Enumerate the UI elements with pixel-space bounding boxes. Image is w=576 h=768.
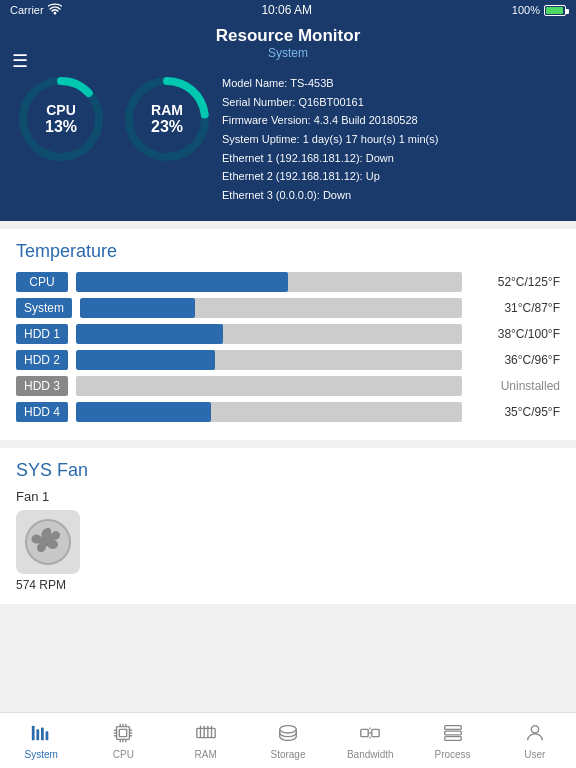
battery-label: 100% <box>512 4 540 16</box>
temp-bar-container <box>76 324 462 344</box>
tab-user[interactable]: User <box>494 713 576 768</box>
wifi-icon <box>48 3 62 17</box>
temp-bar-container <box>76 350 462 370</box>
storage-tab-icon <box>277 722 299 747</box>
tab-ram[interactable]: RAM <box>165 713 247 768</box>
tab-system[interactable]: System <box>0 713 82 768</box>
gauges: CPU 13% RAM 23% <box>16 74 212 164</box>
tab-bandwidth[interactable]: Bandwidth <box>329 713 411 768</box>
bandwidth-tab-label: Bandwidth <box>347 749 394 760</box>
temp-row-label: CPU <box>16 272 68 292</box>
svg-rect-7 <box>37 729 40 740</box>
tab-process[interactable]: Process <box>411 713 493 768</box>
status-bar-right: 100% <box>512 4 566 16</box>
svg-rect-35 <box>372 729 379 736</box>
svg-rect-34 <box>361 729 368 736</box>
temp-row-label: HDD 1 <box>16 324 68 344</box>
carrier-label: Carrier <box>10 4 44 16</box>
cpu-gauge-title: CPU <box>45 102 77 118</box>
tab-storage[interactable]: Storage <box>247 713 329 768</box>
temp-row-value: 31°C/87°F <box>470 301 560 315</box>
temperature-section: Temperature CPU52°C/125°FSystem31°C/87°F… <box>0 229 576 440</box>
ram-gauge-value: 23% <box>151 118 183 136</box>
temp-row-label: HDD 3 <box>16 376 68 396</box>
temp-bar-fill <box>76 272 288 292</box>
nav-subtitle: System <box>0 46 576 60</box>
svg-rect-6 <box>32 725 35 740</box>
ram-gauge-label: RAM 23% <box>151 102 183 136</box>
temp-row-label: HDD 2 <box>16 350 68 370</box>
process-tab-icon <box>442 722 464 747</box>
temp-bar-container <box>76 272 462 292</box>
fan-item: Fan 1 574 RPM <box>16 489 560 592</box>
nav-bar: ☰ Resource Monitor System <box>0 20 576 64</box>
ram-gauge: RAM 23% <box>122 74 212 164</box>
temp-row: HDD 138°C/100°F <box>16 324 560 344</box>
temp-bar-fill <box>76 350 215 370</box>
temp-bar-container <box>76 402 462 422</box>
temp-bar-fill <box>80 298 195 318</box>
system-info-line: Ethernet 2 (192.168.181.12): Up <box>222 167 560 186</box>
temp-bar-fill <box>76 324 223 344</box>
temperature-rows: CPU52°C/125°FSystem31°C/87°FHDD 138°C/10… <box>16 272 560 422</box>
temp-row-label: HDD 4 <box>16 402 68 422</box>
ram-tab-icon <box>195 722 217 747</box>
battery-icon <box>544 5 566 16</box>
cpu-gauge-label: CPU 13% <box>45 102 77 136</box>
cpu-tab-icon <box>112 722 134 747</box>
system-info-line: System Uptime: 1 day(s) 17 hour(s) 1 min… <box>222 130 560 149</box>
fan-name: Fan 1 <box>16 489 560 504</box>
spacer <box>0 604 576 706</box>
hamburger-button[interactable]: ☰ <box>12 50 28 72</box>
temp-bar-container <box>76 376 462 396</box>
status-bar-time: 10:06 AM <box>261 3 312 17</box>
temp-row: HDD 435°C/95°F <box>16 402 560 422</box>
cpu-gauge-value: 13% <box>45 118 77 136</box>
ram-gauge-title: RAM <box>151 102 183 118</box>
temp-row: HDD 3Uninstalled <box>16 376 560 396</box>
svg-point-40 <box>531 725 538 732</box>
user-tab-icon <box>524 722 546 747</box>
temperature-title: Temperature <box>16 241 560 262</box>
temp-row-value: 35°C/95°F <box>470 405 560 419</box>
user-tab-label: User <box>524 749 545 760</box>
fan-icon <box>16 510 80 574</box>
tab-cpu[interactable]: CPU <box>82 713 164 768</box>
svg-rect-9 <box>46 731 49 740</box>
svg-rect-11 <box>120 729 127 736</box>
status-bar: Carrier 10:06 AM 100% <box>0 0 576 20</box>
fan-rpm: 574 RPM <box>16 578 560 592</box>
storage-tab-label: Storage <box>270 749 305 760</box>
svg-rect-39 <box>444 736 461 740</box>
system-info-line: Firmware Version: 4.3.4 Build 20180528 <box>222 111 560 130</box>
system-info-line: Ethernet 1 (192.168.181.12): Down <box>222 149 560 168</box>
temp-row-value: 38°C/100°F <box>470 327 560 341</box>
temp-row: System31°C/87°F <box>16 298 560 318</box>
main-content: CPU 13% RAM 23% Model Name: TS-453BSeria… <box>0 64 576 706</box>
system-info-line: Model Name: TS-453B <box>222 74 560 93</box>
svg-rect-37 <box>444 725 461 729</box>
svg-rect-10 <box>117 726 130 739</box>
tab-bar: SystemCPURAMStorageBandwidthProcessUser <box>0 712 576 768</box>
fan-section: SYS Fan Fan 1 574 RPM <box>0 448 576 604</box>
temp-bar-fill <box>76 402 211 422</box>
process-tab-label: Process <box>434 749 470 760</box>
system-info-line: Ethernet 3 (0.0.0.0): Down <box>222 186 560 205</box>
nav-title: Resource Monitor <box>0 26 576 46</box>
fan-title: SYS Fan <box>16 460 560 481</box>
temp-row-value: 52°C/125°F <box>470 275 560 289</box>
system-tab-icon <box>30 722 52 747</box>
temp-row: HDD 236°C/96°F <box>16 350 560 370</box>
fan-container: Fan 1 574 RPM <box>16 489 560 592</box>
cpu-tab-label: CPU <box>113 749 134 760</box>
temp-row-value: Uninstalled <box>470 379 560 393</box>
system-info: Model Name: TS-453BSerial Number: Q16BT0… <box>222 74 560 205</box>
svg-rect-8 <box>41 727 44 740</box>
svg-rect-38 <box>444 731 461 735</box>
temp-row-label: System <box>16 298 72 318</box>
temp-row: CPU52°C/125°F <box>16 272 560 292</box>
cpu-gauge: CPU 13% <box>16 74 106 164</box>
system-info-line: Serial Number: Q16BT00161 <box>222 93 560 112</box>
bandwidth-tab-icon <box>359 722 381 747</box>
svg-rect-24 <box>197 728 215 737</box>
